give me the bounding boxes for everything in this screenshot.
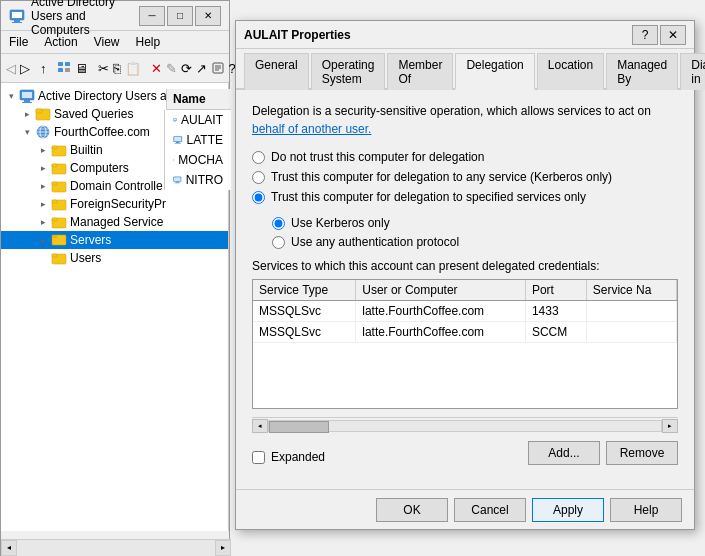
expander-users: [35, 250, 51, 266]
radio-trust-any[interactable]: Trust this computer for delegation to an…: [252, 170, 678, 184]
table-hscrollbar[interactable]: ◂ ▸: [252, 417, 678, 433]
tab-delegation[interactable]: Delegation: [455, 53, 534, 90]
svg-rect-15: [22, 102, 32, 103]
rename-button[interactable]: ✎: [165, 57, 178, 79]
radio-trust-specified[interactable]: Trust this computer for delegation to sp…: [252, 190, 678, 204]
forward-button[interactable]: ▷: [19, 57, 31, 79]
export-button[interactable]: ↗: [195, 57, 208, 79]
list-item-aulait[interactable]: AULAIT: [165, 110, 231, 130]
radio-kerberos-only-input[interactable]: [272, 217, 285, 230]
tree-item-managed-service[interactable]: ▸ Managed Service: [1, 213, 228, 231]
menu-file[interactable]: File: [1, 33, 36, 51]
delete-button[interactable]: ✕: [150, 57, 163, 79]
apply-button[interactable]: Apply: [532, 498, 604, 522]
expander-fourthcoffee: ▾: [19, 124, 35, 140]
computer-icon-latte: [173, 132, 183, 148]
connect-button[interactable]: 🖥: [74, 57, 89, 79]
properties-button[interactable]: [210, 57, 226, 79]
radio-trust-specified-input[interactable]: [252, 191, 265, 204]
icon-builtin: [51, 142, 67, 158]
svg-rect-14: [24, 100, 30, 102]
expanded-checkbox-area: Expanded: [252, 450, 325, 464]
dialog-help-button[interactable]: ?: [632, 25, 658, 45]
tab-member-of[interactable]: Member Of: [387, 53, 453, 90]
close-button[interactable]: ✕: [195, 6, 221, 26]
radio-no-trust-input[interactable]: [252, 151, 265, 164]
maximize-button[interactable]: □: [167, 6, 193, 26]
icon-fourthcoffee: [35, 124, 51, 140]
tab-dial-in[interactable]: Dial-in: [680, 53, 705, 90]
add-button[interactable]: Add...: [528, 441, 600, 465]
scroll-track[interactable]: [17, 540, 215, 556]
dialog-content: Delegation is a security-sensitive opera…: [236, 90, 694, 500]
scroll-left-arrow[interactable]: ◂: [1, 540, 17, 556]
computer-icon-nitro: [173, 172, 182, 188]
menu-action[interactable]: Action: [36, 33, 85, 51]
menu-view[interactable]: View: [86, 33, 128, 51]
svg-rect-35: [52, 254, 57, 257]
cut-button[interactable]: ✂: [97, 57, 110, 79]
tbl-scroll-track[interactable]: [268, 420, 662, 432]
services-table-container[interactable]: Service Type User or Computer Port Servi…: [252, 279, 678, 409]
expander-saved-queries: ▸: [19, 106, 35, 122]
tab-managed-by[interactable]: Managed By: [606, 53, 678, 90]
dialog-close-button[interactable]: ✕: [660, 25, 686, 45]
main-hscrollbar[interactable]: ◂ ▸: [1, 539, 231, 555]
svg-rect-5: [65, 62, 70, 66]
col-service-type[interactable]: Service Type: [253, 280, 356, 301]
table-row[interactable]: MSSQLSvc latte.FourthCoffee.com 1433: [253, 301, 677, 322]
tab-os[interactable]: Operating System: [311, 53, 386, 90]
show-tree-button[interactable]: [56, 57, 72, 79]
remove-button[interactable]: Remove: [606, 441, 678, 465]
tree-label-computers: Computers: [70, 161, 129, 175]
menu-help[interactable]: Help: [128, 33, 169, 51]
svg-rect-7: [65, 68, 70, 72]
refresh-button[interactable]: ⟳: [180, 57, 193, 79]
radio-kerberos-only[interactable]: Use Kerberos only: [272, 216, 678, 230]
up-button[interactable]: ↑: [39, 57, 48, 79]
tab-general[interactable]: General: [244, 53, 309, 90]
col-service-name[interactable]: Service Na: [586, 280, 676, 301]
radio-no-trust[interactable]: Do not trust this computer for delegatio…: [252, 150, 678, 164]
list-item-nitro[interactable]: NITRO: [165, 170, 231, 190]
expanded-checkbox[interactable]: [252, 451, 265, 464]
tbl-scroll-thumb[interactable]: [269, 421, 329, 433]
app-icon: [9, 8, 25, 24]
tree-item-foreign-security[interactable]: ▸ ForeignSecurityPr: [1, 195, 228, 213]
back-button[interactable]: ◁: [5, 57, 17, 79]
radio-any-auth-input[interactable]: [272, 236, 285, 249]
svg-rect-2: [14, 20, 20, 22]
svg-rect-50: [176, 182, 179, 183]
radio-any-auth[interactable]: Use any authentication protocol: [272, 235, 678, 249]
tab-bar: General Operating System Member Of Deleg…: [236, 49, 694, 90]
minimize-button[interactable]: ─: [139, 6, 165, 26]
svg-rect-32: [52, 218, 57, 221]
col-port[interactable]: Port: [525, 280, 586, 301]
scroll-right-arrow[interactable]: ▸: [215, 540, 231, 556]
cell-port-1: SCCM: [525, 322, 586, 343]
svg-rect-51: [175, 183, 180, 184]
tree-item-users[interactable]: Users: [1, 249, 228, 267]
tbl-scroll-right[interactable]: ▸: [662, 419, 678, 433]
cancel-button[interactable]: Cancel: [454, 498, 526, 522]
help-footer-button[interactable]: Help: [610, 498, 682, 522]
table-row[interactable]: MSSQLSvc latte.FourthCoffee.com SCCM: [253, 322, 677, 343]
paste-button[interactable]: 📋: [124, 57, 142, 79]
list-item-latte[interactable]: LATTE: [165, 130, 231, 150]
copy-button[interactable]: ⎘: [112, 57, 122, 79]
tree-item-servers[interactable]: ▸ Servers: [1, 231, 228, 249]
list-item-mocha[interactable]: MOCHA: [165, 150, 231, 170]
computer-icon-mocha: [173, 152, 174, 168]
ok-button[interactable]: OK: [376, 498, 448, 522]
expander-computers: ▸: [35, 160, 51, 176]
delegation-description: Delegation is a security-sensitive opera…: [252, 102, 678, 138]
radio-trust-any-input[interactable]: [252, 171, 265, 184]
tbl-scroll-left[interactable]: ◂: [252, 419, 268, 433]
svg-rect-6: [58, 68, 63, 72]
tab-location[interactable]: Location: [537, 53, 604, 90]
expander-builtin: ▸: [35, 142, 51, 158]
svg-rect-4: [58, 62, 63, 66]
col-user-computer[interactable]: User or Computer: [356, 280, 526, 301]
delegation-link[interactable]: behalf of another user.: [252, 122, 371, 136]
icon-root: [19, 88, 35, 104]
